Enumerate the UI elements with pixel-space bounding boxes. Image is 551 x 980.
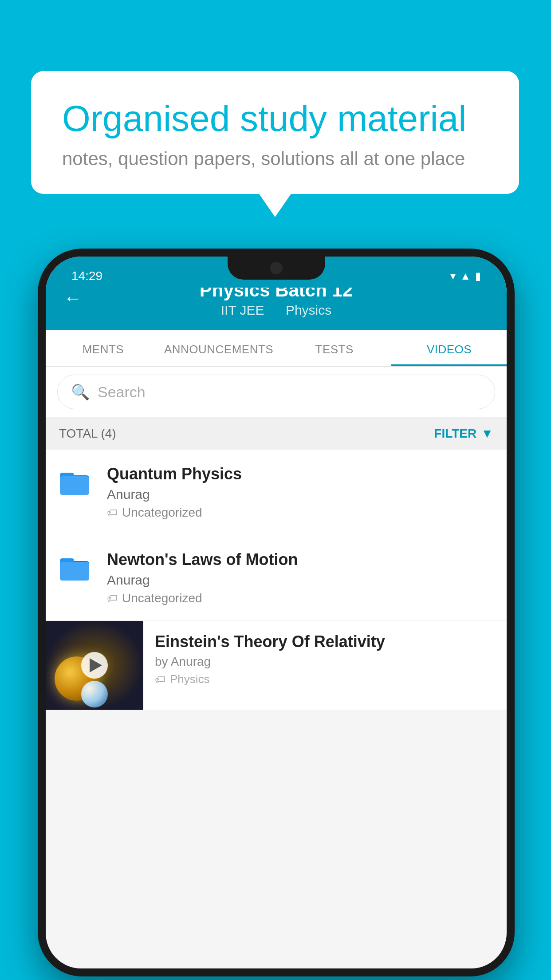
phone-notch xyxy=(228,257,325,280)
total-count: TOTAL (4) xyxy=(59,427,116,441)
search-input[interactable]: Search xyxy=(98,383,146,401)
item-author: Anurag xyxy=(107,573,493,588)
back-button[interactable]: ← xyxy=(63,288,82,309)
tab-ments[interactable]: MENTS xyxy=(46,330,161,366)
filter-icon: ▼ xyxy=(481,427,493,441)
battery-icon: ▮ xyxy=(475,270,481,282)
item-author: by Anurag xyxy=(155,655,495,669)
search-bar[interactable]: 🔍 Search xyxy=(57,375,495,409)
signal-icon: ▲ xyxy=(460,270,471,282)
item-title: Quantum Physics xyxy=(107,465,493,483)
item-tag: 🏷 Physics xyxy=(155,672,495,686)
speech-bubble: Organised study material notes, question… xyxy=(31,71,519,194)
subtitle-part1: IIT JEE xyxy=(221,303,264,317)
phone-camera xyxy=(270,262,283,274)
svg-rect-5 xyxy=(60,562,89,581)
search-icon: 🔍 xyxy=(71,383,90,401)
search-container: 🔍 Search xyxy=(46,367,507,418)
tag-label: Physics xyxy=(170,672,210,686)
status-icons: ▾ ▲ ▮ xyxy=(450,270,481,282)
item-info: Quantum Physics Anurag 🏷 Uncategorized xyxy=(107,465,493,520)
app-bar-subtitle: IIT JEE Physics xyxy=(46,303,507,318)
item-title: Newton's Laws of Motion xyxy=(107,550,493,569)
moon-decoration xyxy=(81,681,108,707)
item-title: Einstein's Theory Of Relativity xyxy=(155,632,495,651)
folder-icon xyxy=(59,466,90,498)
phone-mockup: 14:29 ▾ ▲ ▮ ← Physics Batch 12 IIT JEE P… xyxy=(38,249,515,976)
list-item[interactable]: Quantum Physics Anurag 🏷 Uncategorized xyxy=(46,450,507,535)
list-item[interactable]: Newton's Laws of Motion Anurag 🏷 Uncateg… xyxy=(46,535,507,621)
bubble-subtitle: notes, question papers, solutions all at… xyxy=(62,148,488,170)
filter-button[interactable]: FILTER ▼ xyxy=(434,427,493,441)
item-tag: 🏷 Uncategorized xyxy=(107,591,493,605)
tag-icon: 🏷 xyxy=(107,592,118,605)
filter-bar: TOTAL (4) FILTER ▼ xyxy=(46,418,507,450)
tab-announcements[interactable]: ANNOUNCEMENTS xyxy=(161,330,277,366)
tag-icon: 🏷 xyxy=(107,506,118,519)
play-icon xyxy=(90,658,102,672)
item-author: Anurag xyxy=(107,487,493,502)
list-item[interactable]: Einstein's Theory Of Relativity by Anura… xyxy=(46,621,507,710)
phone-screen: 14:29 ▾ ▲ ▮ ← Physics Batch 12 IIT JEE P… xyxy=(46,257,507,968)
video-thumbnail xyxy=(46,621,143,710)
tag-icon: 🏷 xyxy=(155,673,165,686)
phone-outer: 14:29 ▾ ▲ ▮ ← Physics Batch 12 IIT JEE P… xyxy=(38,249,515,976)
folder-icon xyxy=(59,552,90,583)
folder-icon-wrap xyxy=(59,552,94,585)
filter-label: FILTER xyxy=(434,427,476,441)
item-info: Newton's Laws of Motion Anurag 🏷 Uncateg… xyxy=(107,550,493,605)
video-list: Quantum Physics Anurag 🏷 Uncategorized xyxy=(46,450,507,710)
tag-label: Uncategorized xyxy=(122,591,202,605)
tab-videos[interactable]: VIDEOS xyxy=(392,330,507,366)
folder-icon-wrap xyxy=(59,466,94,499)
bubble-title: Organised study material xyxy=(62,98,488,139)
tab-tests[interactable]: TESTS xyxy=(277,330,392,366)
thumb-info: Einstein's Theory Of Relativity by Anura… xyxy=(143,621,507,698)
status-time: 14:29 xyxy=(71,269,102,283)
subtitle-part2: Physics xyxy=(286,303,331,317)
play-button[interactable] xyxy=(81,652,108,679)
wifi-icon: ▾ xyxy=(450,270,456,282)
svg-rect-2 xyxy=(60,476,89,495)
tab-indicator xyxy=(391,364,507,366)
tab-bar: MENTS ANNOUNCEMENTS TESTS VIDEOS xyxy=(46,330,507,367)
tag-label: Uncategorized xyxy=(122,506,202,520)
item-tag: 🏷 Uncategorized xyxy=(107,506,493,520)
